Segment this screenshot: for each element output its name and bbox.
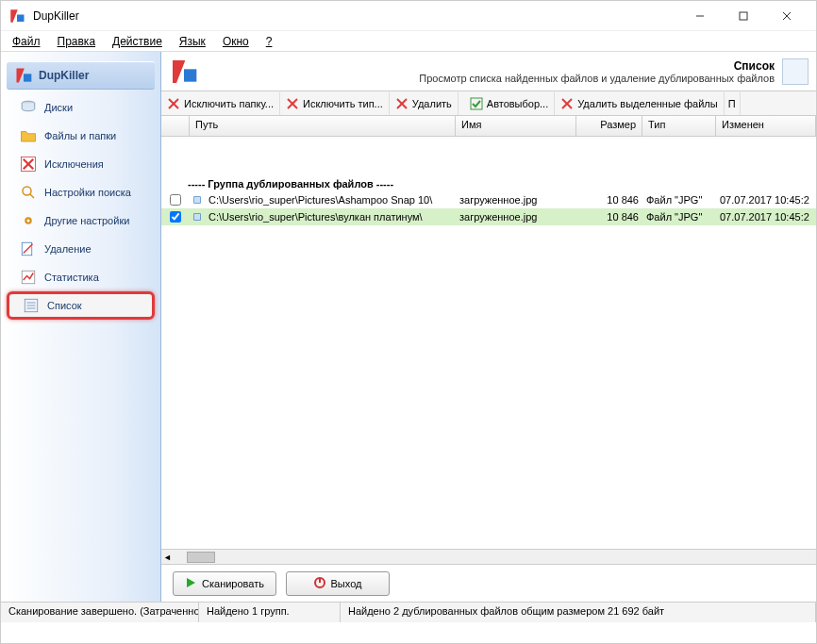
x-delete-icon bbox=[395, 97, 408, 110]
svg-rect-31 bbox=[194, 197, 201, 204]
menu-file[interactable]: Файл bbox=[12, 35, 41, 48]
scan-button[interactable]: Сканировать bbox=[173, 571, 276, 596]
sidebar-item-label: Настройки поиска bbox=[44, 187, 131, 198]
menu-lang[interactable]: Язык bbox=[179, 35, 206, 48]
minimize-button[interactable] bbox=[678, 2, 722, 30]
col-path[interactable]: Путь bbox=[190, 116, 456, 136]
logo-icon bbox=[14, 66, 33, 85]
svg-rect-21 bbox=[184, 69, 196, 81]
cell-date: 07.07.2017 10:45:2 bbox=[716, 194, 816, 206]
content: Список Просмотр списка найденных файлов … bbox=[161, 52, 816, 602]
maximize-button[interactable] bbox=[722, 2, 765, 30]
menu-window[interactable]: Окно bbox=[223, 35, 249, 48]
page-subtitle: Просмотр списка найденных файлов и удале… bbox=[208, 73, 775, 84]
horizontal-scrollbar[interactable]: ◄ bbox=[161, 549, 816, 564]
page-title: Список bbox=[208, 59, 775, 73]
sidebar-item-search-settings[interactable]: Настройки поиска bbox=[7, 178, 155, 206]
list-page-icon bbox=[782, 58, 809, 85]
menu-action[interactable]: Действие bbox=[112, 35, 162, 48]
exit-button[interactable]: Выход bbox=[286, 571, 390, 596]
cell-type: Файл "JPG" bbox=[642, 211, 716, 223]
sidebar-item-label: Исключения bbox=[44, 158, 104, 170]
file-icon bbox=[190, 211, 205, 223]
sidebar-header-label: DupKiller bbox=[39, 69, 89, 82]
page-header: Список Просмотр списка найденных файлов … bbox=[161, 52, 816, 91]
row-checkbox[interactable] bbox=[170, 211, 181, 223]
bottom-buttons: Сканировать Выход bbox=[161, 564, 816, 602]
toolbar: Исключить папку... Исключить тип... Удал… bbox=[161, 91, 816, 116]
cell-name: загруженное.jpg bbox=[456, 211, 576, 223]
sidebar-header: DupKiller bbox=[7, 61, 155, 90]
table-header: Путь Имя Размер Тип Изменен bbox=[161, 116, 816, 137]
sidebar-item-label: Файлы и папки bbox=[44, 130, 116, 141]
row-checkbox[interactable] bbox=[170, 194, 181, 206]
col-check[interactable] bbox=[161, 116, 190, 136]
sidebar-item-label: Список bbox=[47, 300, 82, 311]
cell-path: C:\Users\rio_super\Pictures\вулкан плати… bbox=[205, 211, 456, 223]
col-size[interactable]: Размер bbox=[576, 116, 642, 136]
sidebar-item-files[interactable]: Файлы и папки bbox=[7, 122, 155, 150]
delete-icon bbox=[20, 240, 37, 257]
svg-line-11 bbox=[30, 194, 35, 199]
app-icon bbox=[8, 8, 25, 25]
statusbar: Сканирование завершено. (Затраченное вре… bbox=[1, 602, 816, 622]
sidebar-item-label: Статистика bbox=[44, 272, 99, 283]
autoselect-button[interactable]: Автовыбор... bbox=[464, 92, 555, 115]
scan-label: Сканировать bbox=[202, 578, 264, 589]
close-button[interactable] bbox=[765, 2, 809, 30]
table-row[interactable]: C:\Users\rio_super\Pictures\вулкан плати… bbox=[161, 208, 816, 225]
x-icon bbox=[20, 156, 37, 173]
sidebar-item-delete[interactable]: Удаление bbox=[7, 235, 155, 263]
table-row[interactable]: C:\Users\rio_super\Pictures\Ashampoo Sna… bbox=[161, 191, 816, 208]
group-header: ----- Группа дублированных файлов ----- bbox=[161, 174, 816, 191]
titlebar: DupKiller bbox=[1, 1, 816, 31]
exclude-type-button[interactable]: Исключить тип... bbox=[280, 92, 390, 115]
cell-size: 10 846 bbox=[576, 194, 642, 206]
svg-rect-28 bbox=[471, 98, 482, 109]
cell-name: загруженное.jpg bbox=[456, 194, 576, 206]
status-right: Найдено 2 дублированных файлов общим раз… bbox=[341, 603, 816, 622]
sidebar-item-exclusions[interactable]: Исключения bbox=[7, 150, 155, 178]
list-icon bbox=[23, 297, 40, 314]
file-icon bbox=[190, 194, 205, 206]
svg-point-13 bbox=[27, 220, 30, 223]
tool-label: Исключить папку... bbox=[184, 98, 274, 109]
page-logo-icon bbox=[169, 57, 199, 87]
power-icon bbox=[314, 577, 325, 590]
chart-icon bbox=[20, 269, 37, 286]
x-type-icon bbox=[286, 97, 299, 110]
magnifier-gear-icon bbox=[20, 184, 37, 201]
svg-rect-5 bbox=[24, 74, 31, 81]
sidebar-item-list[interactable]: Список bbox=[7, 291, 155, 320]
window-controls bbox=[678, 2, 809, 30]
window-title: DupKiller bbox=[33, 9, 678, 23]
exclude-folder-button[interactable]: Исключить папку... bbox=[161, 92, 280, 115]
sidebar-item-other-settings[interactable]: Другие настройки bbox=[7, 206, 155, 235]
disk-icon bbox=[20, 99, 37, 116]
svg-rect-0 bbox=[17, 14, 25, 22]
delete-selected-button[interactable]: Удалить выделенные файлы bbox=[555, 92, 724, 115]
autoselect-icon bbox=[470, 97, 483, 110]
col-modified[interactable]: Изменен bbox=[716, 116, 816, 136]
delete-button[interactable]: Удалить bbox=[390, 92, 459, 115]
toolbar-overflow[interactable]: П bbox=[725, 92, 741, 115]
gear-icon bbox=[20, 212, 37, 229]
table-body: ----- Группа дублированных файлов ----- … bbox=[161, 137, 816, 549]
menu-edit[interactable]: Правка bbox=[58, 35, 96, 48]
sidebar-item-disks[interactable]: Диски bbox=[7, 93, 155, 122]
svg-rect-32 bbox=[194, 214, 201, 221]
sidebar-item-stats[interactable]: Статистика bbox=[7, 263, 155, 291]
main: DupKiller Диски Файлы и папки Исключения… bbox=[1, 52, 816, 602]
x-folder-icon bbox=[167, 97, 180, 110]
cell-path: C:\Users\rio_super\Pictures\Ashampoo Sna… bbox=[205, 194, 456, 206]
cell-size: 10 846 bbox=[576, 211, 642, 223]
col-type[interactable]: Тип bbox=[642, 116, 716, 136]
menu-help[interactable]: ? bbox=[266, 35, 273, 48]
sidebar-item-label: Диски bbox=[44, 102, 73, 113]
sidebar: DupKiller Диски Файлы и папки Исключения… bbox=[1, 52, 161, 602]
status-mid: Найдено 1 групп. bbox=[199, 603, 341, 622]
col-name[interactable]: Имя bbox=[456, 116, 576, 136]
status-left: Сканирование завершено. (Затраченное вре bbox=[1, 603, 199, 622]
exit-label: Выход bbox=[331, 578, 362, 589]
sidebar-item-label: Другие настройки bbox=[44, 215, 129, 226]
